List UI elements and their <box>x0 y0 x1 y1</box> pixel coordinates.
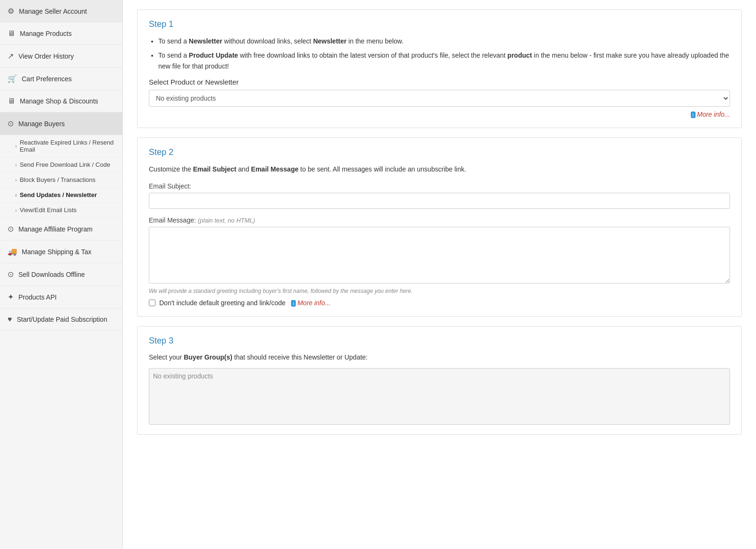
buyers-icon: ⊙ <box>8 119 14 128</box>
step3-section: Step 3 Select your Buyer Group(s) that s… <box>137 326 742 435</box>
email-message-label-row: Email Message: (plain text, no HTML) <box>149 216 730 224</box>
info-icon-step2: i <box>291 300 296 307</box>
sidebar-sub-item-send-updates[interactable]: › Send Updates / Newsletter <box>0 188 122 203</box>
sidebar-sub-label-reactivate-expired: Reactivate Expired Links / Resend Email <box>20 139 115 153</box>
sidebar: ⚙ Manage Seller Account 🖥 Manage Product… <box>0 0 123 549</box>
step1-bullet-1: To send a Newsletter without download li… <box>158 36 730 46</box>
email-message-label: Email Message: <box>149 216 196 224</box>
step1-title: Step 1 <box>149 19 730 29</box>
step1-bullet-2: To send a Product Update with free downl… <box>158 50 730 71</box>
sidebar-item-view-order-history[interactable]: ↗ View Order History <box>0 45 122 68</box>
sidebar-label-products-api: Products API <box>18 293 57 301</box>
sidebar-sub-item-block-buyers[interactable]: › Block Buyers / Transactions <box>0 172 122 188</box>
sidebar-sub-label-send-free-download: Send Free Download Link / Code <box>20 161 111 168</box>
step2-desc: Customize the Email Subject and Email Me… <box>149 164 730 174</box>
sidebar-label-manage-affiliate: Manage Affiliate Program <box>18 225 93 233</box>
sidebar-label-sell-downloads-offline: Sell Downloads Offline <box>18 271 85 278</box>
sidebar-sub-label-block-buyers: Block Buyers / Transactions <box>20 176 95 183</box>
chevron-icon: › <box>15 192 17 198</box>
sidebar-item-manage-buyers[interactable]: ⊙ Manage Buyers <box>0 112 122 135</box>
step2-title: Step 2 <box>149 147 730 157</box>
api-icon: ✦ <box>8 292 14 301</box>
chevron-icon: › <box>15 143 17 149</box>
monitor-icon: 🖥 <box>8 29 15 38</box>
chevron-icon: › <box>15 177 17 183</box>
gear-icon: ⚙ <box>8 7 14 16</box>
step1-select-group: Select Product or Newsletter No existing… <box>149 78 730 107</box>
step3-desc: Select your Buyer Group(s) that should r… <box>149 352 730 362</box>
sidebar-label-manage-shop-discounts: Manage Shop & Discounts <box>20 97 98 105</box>
sidebar-sub-item-view-edit-email-lists[interactable]: › View/Edit Email Lists <box>0 203 122 218</box>
step1-bullet-list: To send a Newsletter without download li… <box>149 36 730 71</box>
sidebar-label-view-order-history: View Order History <box>18 52 74 60</box>
offline-icon: ⊙ <box>8 270 14 279</box>
sidebar-item-start-update-subscription[interactable]: ♥ Start/Update Paid Subscription <box>0 309 122 331</box>
sidebar-item-manage-shipping-tax[interactable]: 🚚 Manage Shipping & Tax <box>0 240 122 263</box>
sidebar-item-manage-shop-discounts[interactable]: 🖥 Manage Shop & Discounts <box>0 90 122 112</box>
chevron-icon: › <box>15 162 17 168</box>
step3-title: Step 3 <box>149 336 730 346</box>
email-message-helper: We will provide a standard greeting incl… <box>149 288 730 294</box>
step1-more-info-row: iMore info... <box>149 111 730 118</box>
shop-icon: 🖥 <box>8 97 15 105</box>
email-subject-input[interactable] <box>149 193 730 209</box>
cart-icon: 🛒 <box>8 74 17 83</box>
email-message-textarea[interactable] <box>149 227 730 283</box>
step2-more-info-link[interactable]: iMore info... <box>289 299 330 307</box>
step1-section: Step 1 To send a Newsletter without down… <box>137 9 742 128</box>
info-icon: i <box>691 112 696 118</box>
sidebar-label-manage-products: Manage Products <box>20 30 72 37</box>
buyer-group-select[interactable]: No existing products <box>149 368 730 425</box>
sidebar-sub-label-view-edit-email-lists: View/Edit Email Lists <box>20 206 77 214</box>
no-greeting-checkbox[interactable] <box>149 300 155 306</box>
checkbox-row: Don't include default greeting and link/… <box>149 299 730 307</box>
product-newsletter-select[interactable]: No existing products <box>149 90 730 107</box>
chevron-icon: › <box>15 207 17 213</box>
sidebar-label-manage-shipping-tax: Manage Shipping & Tax <box>22 248 92 256</box>
step2-section: Step 2 Customize the Email Subject and E… <box>137 137 742 316</box>
sidebar-label-manage-buyers: Manage Buyers <box>18 120 65 128</box>
sidebar-item-cart-preferences[interactable]: 🛒 Cart Preferences <box>0 68 122 90</box>
sidebar-sub-item-reactivate-expired[interactable]: › Reactivate Expired Links / Resend Emai… <box>0 135 122 157</box>
email-message-hint: (plain text, no HTML) <box>198 217 255 224</box>
shipping-icon: 🚚 <box>8 247 17 256</box>
step1-more-info-link[interactable]: iMore info... <box>691 111 730 118</box>
affiliate-icon: ⊙ <box>8 224 14 233</box>
no-greeting-checkbox-label[interactable]: Don't include default greeting and link/… <box>159 299 330 307</box>
select-product-newsletter-label: Select Product or Newsletter <box>149 78 730 86</box>
sidebar-item-sell-downloads-offline[interactable]: ⊙ Sell Downloads Offline <box>0 263 122 286</box>
chart-icon: ↗ <box>8 51 14 60</box>
email-subject-label: Email Subject: <box>149 182 730 190</box>
main-content: Step 1 To send a Newsletter without down… <box>123 0 756 549</box>
sidebar-item-manage-affiliate[interactable]: ⊙ Manage Affiliate Program <box>0 218 122 240</box>
buyer-group-option: No existing products <box>153 372 726 380</box>
sidebar-sub-item-send-free-download[interactable]: › Send Free Download Link / Code <box>0 157 122 172</box>
sidebar-label-cart-preferences: Cart Preferences <box>22 75 72 83</box>
sidebar-item-manage-products[interactable]: 🖥 Manage Products <box>0 23 122 45</box>
sidebar-sub-label-send-updates: Send Updates / Newsletter <box>20 191 97 198</box>
sidebar-item-manage-seller-account[interactable]: ⚙ Manage Seller Account <box>0 0 122 23</box>
heart-icon: ♥ <box>8 315 12 324</box>
sidebar-label-start-update-subscription: Start/Update Paid Subscription <box>17 316 107 323</box>
sidebar-item-products-api[interactable]: ✦ Products API <box>0 286 122 309</box>
sidebar-label-manage-seller-account: Manage Seller Account <box>19 8 87 15</box>
